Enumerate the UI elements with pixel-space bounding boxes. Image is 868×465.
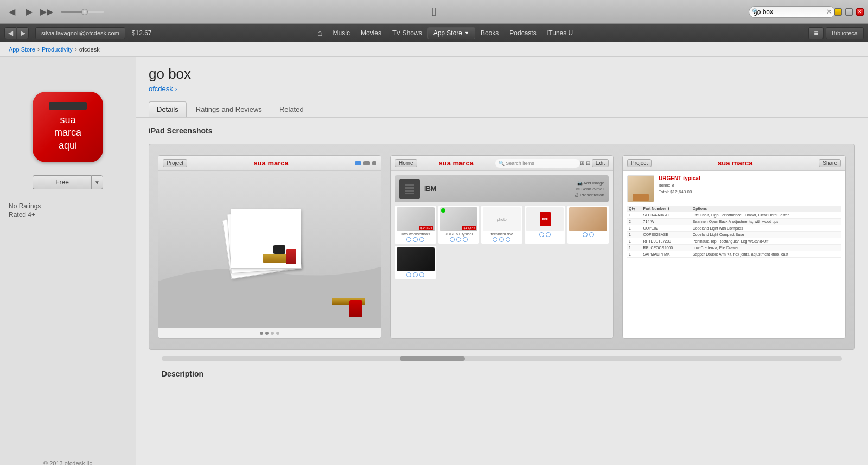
ss2-item-5-btn1[interactable] xyxy=(583,232,588,237)
sidebar: suamarcaaqui Free ▼ No Ratings Rated 4+ … xyxy=(0,57,136,465)
search-input[interactable] xyxy=(749,6,835,18)
screenshots-container: Project sua marca xyxy=(149,144,855,350)
ss1-project-btn[interactable]: Project xyxy=(163,159,187,167)
ss2-item-3-img: photo xyxy=(483,207,521,231)
ss2-item-4-btn2[interactable] xyxy=(546,232,551,237)
screenshots-scrollbar[interactable] xyxy=(162,356,842,361)
search-bar: 🔍 ✕ xyxy=(749,6,835,18)
close-button[interactable]: ✕ xyxy=(856,8,864,16)
volume-slider[interactable] xyxy=(61,11,104,13)
paper-stack xyxy=(226,206,313,293)
part-3: COPE02 xyxy=(642,225,691,232)
options-5: Peninsula Top, Rectangular, Leg w/Stand-… xyxy=(691,238,841,245)
ss2-item-3-btn3[interactable] xyxy=(506,237,510,242)
svg-rect-2 xyxy=(405,190,414,192)
title-bar: ◀ ▶ ▶▶  🔍 ✕ ✕ xyxy=(0,0,868,24)
ss2-item-3-actions xyxy=(483,237,521,242)
home-button[interactable]: ⌂ xyxy=(312,27,328,39)
breadcrumb-app-store[interactable]: App Store xyxy=(9,46,35,53)
free-dropdown-arrow[interactable]: ▼ xyxy=(91,175,103,189)
ss2-item-4: PDF xyxy=(525,206,566,244)
copyright: © 2013 ofcdesk llc xyxy=(43,460,92,465)
tab-details[interactable]: Details xyxy=(149,101,187,117)
ss3-project-btn[interactable]: Project xyxy=(627,159,652,167)
dot-3 xyxy=(271,332,274,335)
ss2-item-1-actions xyxy=(397,237,435,242)
nav-tv-shows[interactable]: TV Shows xyxy=(387,28,427,39)
ss2-item-1-btn3[interactable] xyxy=(419,237,424,242)
ss2-item-1: $14,524 Two workstations xyxy=(395,206,436,244)
pdf-icon: PDF xyxy=(540,212,551,226)
ss2-home-btn[interactable]: Home xyxy=(395,159,417,167)
tab-ratings[interactable]: Ratings and Reviews xyxy=(188,101,270,117)
ss2-item-2: $14,848 URGENT typical xyxy=(438,206,480,244)
ss2-item-5-img xyxy=(569,207,607,231)
app-icon-text: suamarcaaqui xyxy=(54,114,81,152)
breadcrumb-sep-2: › xyxy=(75,46,77,53)
hamburger-menu-button[interactable]: ≡ xyxy=(808,27,824,39)
nav-podcasts[interactable]: Podcasts xyxy=(504,28,541,39)
ss2-item-6-actions xyxy=(397,272,435,277)
ss3-brand: sua marca xyxy=(652,159,819,167)
app-title: go box xyxy=(149,66,855,82)
free-button[interactable]: Free xyxy=(33,175,91,189)
transport-controls: ◀ ▶ ▶▶ xyxy=(4,6,104,18)
ss2-item-3-btn2[interactable] xyxy=(499,237,504,242)
app-author-link[interactable]: ofcdesk › xyxy=(149,85,855,93)
part-2: 714-W xyxy=(642,219,691,225)
breadcrumb-current: ofcdesk xyxy=(79,46,100,53)
nav-music[interactable]: Music xyxy=(328,28,355,39)
free-button-group: Free ▼ xyxy=(33,175,103,189)
ss2-action-list: 📷 Add Image ✉ Send e-mail 🖨 Presentation xyxy=(575,181,604,198)
nav-forward-arrow[interactable]: ▶ xyxy=(17,27,29,39)
breadcrumb-productivity[interactable]: Productivity xyxy=(42,46,73,53)
ss2-item-4-btn1[interactable] xyxy=(539,232,544,237)
ss2-item-6-btn1[interactable] xyxy=(406,272,411,277)
tab-related[interactable]: Related xyxy=(271,101,312,117)
ss2-item-6-btn2[interactable] xyxy=(413,272,418,277)
maximize-button[interactable] xyxy=(845,8,853,16)
main-content: suamarcaaqui Free ▼ No Ratings Rated 4+ … xyxy=(0,57,868,465)
ss2-item-1-btn1[interactable] xyxy=(406,237,411,242)
ss2-item-1-label: Two workstations xyxy=(397,232,435,236)
ss2-item-1-btn2[interactable] xyxy=(413,237,418,242)
col-options: Options xyxy=(691,206,841,212)
ss2-item-2-btn3[interactable] xyxy=(463,237,468,242)
nav-app-store[interactable]: App Store ▼ xyxy=(427,27,475,39)
ss2-item-3-btn1[interactable] xyxy=(493,237,497,242)
ss2-item-2-actions xyxy=(440,237,478,242)
biblioteca-button[interactable]: Biblioteca xyxy=(826,27,864,39)
quote-row-6: 1 RRLCFOCR2060 Low Credenza, File Drawer xyxy=(627,245,841,251)
part-7: SAPMADPTMK xyxy=(642,251,691,258)
nav-back-arrow[interactable]: ◀ xyxy=(4,27,16,39)
app-store-dropdown-arrow[interactable]: ▼ xyxy=(464,30,469,36)
nav-itunes-u[interactable]: iTunes U xyxy=(542,28,579,39)
options-6: Low Credenza, File Drawer xyxy=(691,245,841,251)
volume-knob[interactable] xyxy=(81,9,88,15)
qty-4: 1 xyxy=(627,232,642,238)
ss2-item-6-btn3[interactable] xyxy=(419,272,424,277)
ss2-item-2-btn2[interactable] xyxy=(456,237,461,242)
nav-movies[interactable]: Movies xyxy=(355,28,387,39)
forward-button[interactable]: ▶▶ xyxy=(39,6,54,18)
screenshots-scrollbar-wrap xyxy=(149,350,855,363)
apple-logo-icon:  xyxy=(432,5,436,19)
ss2-edit-btn[interactable]: Edit xyxy=(592,159,609,167)
minimize-button[interactable] xyxy=(834,8,842,16)
ss2-item-5-btn2[interactable] xyxy=(589,232,594,237)
breadcrumb-sep-1: › xyxy=(37,46,40,53)
quote-top-section: URGENT typical Items: 8 Total: $12,648.0… xyxy=(627,175,841,202)
nav-books[interactable]: Books xyxy=(475,28,504,39)
search-clear-icon[interactable]: ✕ xyxy=(826,8,832,16)
back-button[interactable]: ◀ xyxy=(4,6,20,18)
qty-7: 1 xyxy=(627,251,642,258)
content-scroll[interactable]: iPad Screenshots Project sua marca xyxy=(136,118,868,465)
author-arrow-icon: › xyxy=(175,86,177,92)
quote-info: URGENT typical Items: 8 Total: $12,648.0… xyxy=(659,175,841,202)
ss2-top-bar: IBM 📷 Add Image ✉ Send e-mail 🖨 Presenta… xyxy=(395,175,609,202)
ss2-search[interactable]: 🔍 Search items xyxy=(495,159,580,168)
ss3-share-btn[interactable]: Share xyxy=(819,159,841,167)
screenshots-scrollbar-thumb[interactable] xyxy=(400,356,465,361)
ss2-item-2-btn1[interactable] xyxy=(450,237,455,242)
play-button[interactable]: ▶ xyxy=(22,6,37,18)
